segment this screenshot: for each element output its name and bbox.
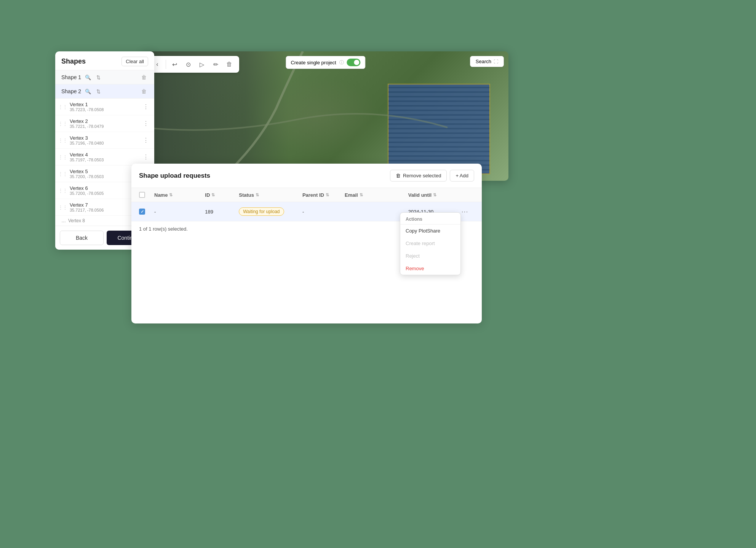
create-project-button[interactable]: Create single project ⓘ: [286, 56, 365, 69]
trash-icon: 🗑: [396, 173, 401, 178]
map-toolbar: ‹ ↩ ⊙ ▷ ✏ 🗑: [147, 56, 239, 73]
vertex-menu-button[interactable]: ⋮: [141, 153, 150, 161]
list-item: ⋮⋮ Vertex 3 35.7196, -78.0480 ⋮: [55, 132, 154, 149]
row-checkbox[interactable]: [139, 209, 154, 215]
col-header-valid: Valid until ⇅: [408, 192, 459, 198]
back-button[interactable]: Back: [60, 231, 104, 245]
vertex-info: Vertex 5 35.7200, -78.0503: [70, 169, 141, 179]
vertex-name: Vertex 3: [70, 135, 141, 141]
map-delete-button[interactable]: 🗑: [223, 58, 235, 70]
shape-2-header: Shape 2 🔍 ⇅ 🗑: [55, 84, 154, 99]
col-header-status: Status ⇅: [239, 192, 302, 198]
map-undo-button[interactable]: ↩: [168, 58, 181, 70]
sort-icon[interactable]: ⇅: [433, 193, 436, 198]
select-all-checkbox[interactable]: [139, 192, 145, 198]
vertex-info: Vertex 6 35.7200, -78.0505: [70, 185, 141, 196]
shapes-title: Shapes: [61, 57, 86, 65]
search-label: Search: [476, 59, 491, 64]
shape-1-header: Shape 1 🔍 ⇅ 🗑: [55, 70, 154, 84]
shape-2-zoom-button[interactable]: 🔍: [83, 88, 93, 95]
vertex-info: Vertex 1 35.7223, -78.0508: [70, 102, 141, 112]
vertex-info: Vertex 7 35.7217, -78.0506: [70, 202, 141, 212]
shape-2-name: Shape 2 🔍 ⇅: [61, 88, 102, 95]
drag-handle[interactable]: ⋮⋮: [58, 138, 67, 143]
list-item: ⋮⋮ Vertex 1 35.7223, -78.0508 ⋮: [55, 99, 154, 115]
shapes-header: Shapes Clear all: [55, 51, 154, 70]
row-actions-button[interactable]: ⋯: [459, 207, 474, 217]
upload-panel-title: Shape upload requests: [139, 172, 210, 180]
vertex-name: Vertex 4: [70, 152, 141, 158]
row-name: -: [154, 209, 205, 215]
remove-selected-button[interactable]: 🗑 Remove selected: [390, 170, 447, 182]
drag-handle[interactable]: ⋮⋮: [58, 121, 67, 126]
upload-panel-header: Shape upload requests 🗑 Remove selected …: [131, 164, 482, 188]
vertex-coords: 35.7217, -78.0506: [70, 208, 141, 212]
drag-handle[interactable]: ⋮⋮: [58, 188, 67, 193]
row-status: Waiting for upload: [239, 207, 302, 216]
context-menu-create-report: Create report: [400, 237, 460, 250]
vertex-name: Vertex 7: [70, 202, 141, 208]
row-checkbox-checked[interactable]: [139, 209, 145, 215]
more-vertex-name: Vertex 8: [68, 218, 85, 223]
map-select-button[interactable]: ▷: [196, 58, 208, 70]
row-parent-id: -: [302, 209, 345, 215]
map-panel: ‹ ↩ ⊙ ▷ ✏ 🗑 Create single project ⓘ Sear…: [143, 51, 508, 181]
shape-1-zoom-button[interactable]: 🔍: [83, 74, 93, 81]
add-button[interactable]: + Add: [450, 170, 474, 182]
col-header-id: ID ⇅: [205, 192, 239, 198]
vertex-menu-button[interactable]: ⋮: [141, 102, 150, 111]
vertex-menu-button[interactable]: ⋮: [141, 136, 150, 145]
drag-handle[interactable]: ⋮⋮: [58, 104, 67, 110]
shape-1-arrow-button[interactable]: ⇅: [95, 74, 102, 81]
solar-panel-area: [388, 84, 490, 174]
sort-icon[interactable]: ⇅: [256, 193, 259, 198]
context-menu-remove[interactable]: Remove: [400, 262, 460, 275]
vertex-name: Vertex 2: [70, 118, 141, 124]
context-menu-copy-plotshare[interactable]: Copy PlotShare: [400, 225, 460, 237]
vertex-info: Vertex 4 35.7197, -78.0503: [70, 152, 141, 162]
vertex-info: Vertex 2 35.7221, -78.0479: [70, 118, 141, 129]
list-item: ⋮⋮ Vertex 4 35.7197, -78.0503 ⋮: [55, 149, 154, 166]
context-menu-reject: Reject: [400, 250, 460, 262]
shape-1-name: Shape 1 🔍 ⇅: [61, 74, 102, 81]
sort-icon[interactable]: ⇅: [169, 193, 173, 198]
clear-all-button[interactable]: Clear all: [121, 57, 148, 66]
map-overlay-mid: [253, 77, 380, 155]
vertex-name: Vertex 6: [70, 185, 141, 191]
vertex-coords: 35.7200, -78.0503: [70, 174, 141, 179]
vertex-info: Vertex 3 35.7196, -78.0480: [70, 135, 141, 145]
vertex-coords: 35.7223, -78.0508: [70, 107, 141, 112]
create-project-label: Create single project: [291, 60, 336, 65]
vertex-coords: 35.7197, -78.0503: [70, 158, 141, 162]
shape-2-arrow-button[interactable]: ⇅: [95, 88, 102, 95]
create-project-toggle[interactable]: [347, 59, 361, 66]
status-badge: Waiting for upload: [239, 207, 284, 216]
sort-icon[interactable]: ⇅: [211, 193, 215, 198]
list-item: ⋮⋮ Vertex 2 35.7221, -78.0479 ⋮: [55, 115, 154, 132]
context-menu: Actions Copy PlotShare Create report Rej…: [400, 212, 461, 275]
vertex-name: Vertex 1: [70, 102, 141, 107]
vertex-menu-button[interactable]: ⋮: [141, 119, 150, 128]
sort-icon[interactable]: ⇅: [360, 193, 363, 198]
sort-icon[interactable]: ⇅: [326, 193, 329, 198]
col-header-name: Name ⇅: [154, 192, 205, 198]
vertex-name: Vertex 5: [70, 169, 141, 174]
map-zoom-button[interactable]: ⊙: [182, 58, 194, 70]
drag-handle[interactable]: ⋮⋮: [58, 155, 67, 160]
info-icon: ⓘ: [339, 59, 344, 66]
search-button[interactable]: Search ⛶: [470, 56, 504, 67]
upload-header-actions: 🗑 Remove selected + Add: [390, 170, 474, 182]
map-draw-button[interactable]: ✏: [209, 58, 222, 70]
shape-1-delete-button[interactable]: 🗑: [140, 73, 148, 81]
remove-selected-label: Remove selected: [403, 173, 441, 178]
drag-handle[interactable]: ⋮⋮: [58, 205, 67, 210]
drag-handle[interactable]: ⋮⋮: [58, 171, 67, 177]
context-menu-title: Actions: [400, 213, 460, 225]
col-header-email: Email ⇅: [345, 192, 408, 198]
vertex-coords: 35.7221, -78.0479: [70, 124, 141, 129]
row-id: 189: [205, 209, 239, 215]
vertex-coords: 35.7200, -78.0505: [70, 191, 141, 196]
col-header-parent: Parent ID ⇅: [302, 192, 345, 198]
shape-2-delete-button[interactable]: 🗑: [140, 88, 148, 95]
col-header-check: [139, 192, 154, 198]
